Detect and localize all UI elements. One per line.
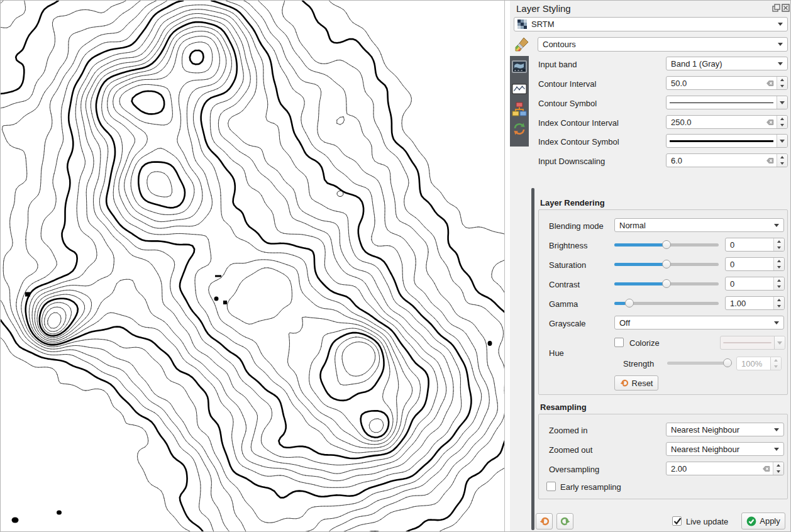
early-resampling-checkbox[interactable] (546, 482, 556, 491)
thin-line-symbol-preview (670, 103, 773, 103)
input-band-combo[interactable]: Band 1 (Gray) (666, 57, 788, 70)
undo-style-button[interactable] (536, 513, 553, 529)
raster-transparency-icon (512, 60, 527, 73)
blending-mode-combo[interactable]: Normal (614, 218, 784, 232)
saturation-spinbox[interactable]: 0 (725, 257, 785, 271)
histogram-icon (512, 84, 527, 94)
reset-button[interactable]: Reset (614, 375, 658, 391)
renderer-combo[interactable]: Contours (538, 37, 788, 52)
grayscale-combo[interactable]: Off (614, 316, 784, 330)
contour-symbol-combo[interactable] (666, 96, 788, 109)
index-contour-interval-spinbox[interactable]: 250.0 (666, 115, 788, 129)
zoomed-in-label: Zoomed in (549, 426, 587, 435)
zoomed-out-combo[interactable]: Nearest Neighbour (666, 442, 784, 456)
contrast-slider[interactable] (614, 277, 719, 290)
tab-rendering-order[interactable] (512, 101, 527, 116)
live-update-checkbox[interactable] (672, 516, 682, 526)
slider-handle[interactable] (662, 279, 671, 288)
undo-icon (539, 516, 550, 526)
chevron-down-icon (774, 321, 779, 324)
live-update-label: Live update (686, 517, 728, 526)
tab-history[interactable] (512, 121, 527, 136)
colorize-label: Colorize (629, 338, 660, 348)
contour-map (1, 1, 504, 531)
layer-order-diagram-icon (512, 102, 527, 116)
apply-button[interactable]: Apply (741, 513, 785, 529)
map-spot-feature (25, 292, 30, 297)
strength-slider[interactable] (667, 357, 732, 369)
map-spot-feature (57, 511, 62, 515)
layer-styling-panel: Layer Styling SRTM Contours (510, 1, 791, 532)
clear-value-icon[interactable] (760, 465, 770, 472)
raster-layer-icon (517, 19, 527, 29)
tab-histogram[interactable] (512, 81, 527, 96)
spinner-buttons[interactable] (777, 154, 787, 167)
slider-handle[interactable] (662, 260, 671, 269)
map-spot-feature (214, 297, 219, 301)
chevron-down-icon (777, 96, 787, 109)
chevron-down-icon (774, 336, 785, 349)
clear-value-icon[interactable] (764, 157, 774, 164)
brightness-label: Brightness (549, 241, 587, 250)
close-panel-icon[interactable] (782, 4, 790, 12)
reset-undo-icon (620, 379, 629, 387)
gamma-slider[interactable] (614, 297, 719, 309)
zoomed-in-combo[interactable]: Nearest Neighbour (666, 423, 784, 436)
redo-style-button[interactable] (556, 513, 573, 529)
spinner-buttons[interactable] (773, 238, 784, 251)
contour-interval-label: Contour Interval (538, 79, 597, 89)
contrast-spinbox[interactable]: 0 (725, 277, 785, 291)
oversampling-spinbox[interactable]: 2.00 (666, 462, 784, 475)
saturation-slider[interactable] (614, 258, 719, 270)
colorize-color-swatch[interactable] (720, 336, 785, 350)
gamma-spinbox[interactable]: 1.00 (725, 296, 785, 310)
saturation-label: Saturation (549, 260, 586, 270)
layer-select-value: SRTM (527, 19, 778, 29)
tab-symbology[interactable] (514, 37, 531, 52)
spinner-buttons[interactable] (773, 297, 784, 309)
brightness-spinbox[interactable]: 0 (725, 238, 785, 252)
slider-handle[interactable] (625, 299, 634, 308)
spinner-buttons[interactable] (773, 258, 784, 270)
spinner-buttons[interactable] (770, 357, 781, 370)
apply-check-icon (746, 516, 756, 526)
chevron-down-icon (778, 62, 783, 65)
contour-symbol-label: Contour Symbol (538, 99, 597, 108)
map-spot-feature (12, 518, 19, 523)
index-contour-interval-label: Index Contour Interval (538, 118, 619, 128)
slider-handle[interactable] (723, 358, 732, 367)
spinner-buttons[interactable] (777, 116, 787, 128)
chevron-down-icon (778, 43, 783, 46)
hue-label: Hue (549, 348, 564, 358)
slider-handle[interactable] (662, 240, 671, 249)
input-downscaling-label: Input Downscaling (538, 157, 605, 166)
brightness-slider[interactable] (614, 238, 719, 251)
tab-transparency[interactable] (512, 59, 527, 74)
chevron-down-icon (777, 135, 787, 147)
spinner-buttons[interactable] (773, 277, 784, 290)
spinner-buttons[interactable] (773, 462, 783, 475)
clear-value-icon[interactable] (764, 80, 774, 87)
colorize-checkbox[interactable] (614, 338, 624, 347)
strength-spinbox[interactable]: 100% (736, 357, 782, 370)
contrast-label: Contrast (549, 280, 580, 289)
map-spot-feature (337, 191, 343, 197)
panel-title: Layer Styling (516, 3, 571, 14)
contour-interval-spinbox[interactable]: 50.0 (666, 76, 788, 90)
thick-line-symbol-preview (670, 140, 773, 142)
chevron-down-icon (774, 448, 779, 451)
spinner-buttons[interactable] (777, 77, 787, 89)
map-canvas[interactable] (1, 1, 505, 532)
index-contour-symbol-combo[interactable] (666, 134, 788, 148)
input-downscaling-spinbox[interactable]: 6.0 (666, 153, 788, 167)
gamma-label: Gamma (549, 299, 578, 309)
panel-scrollbar[interactable] (531, 188, 534, 530)
layer-rendering-title: Layer Rendering (540, 198, 605, 208)
history-icon (512, 122, 526, 136)
float-panel-icon[interactable] (772, 4, 780, 12)
redo-icon (560, 516, 570, 526)
resampling-title: Resampling (540, 402, 587, 412)
strength-label: Strength (623, 359, 654, 369)
clear-value-icon[interactable] (764, 119, 774, 126)
layer-select-combo[interactable]: SRTM (514, 17, 788, 31)
